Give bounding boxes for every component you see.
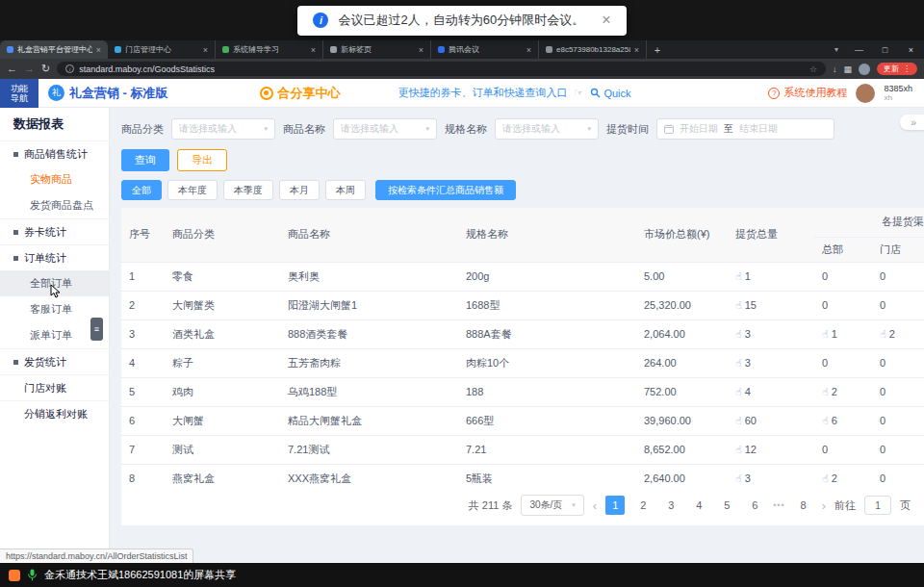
sidebar-item-distribution-rebate-reconciliation[interactable]: 分销返利对账 xyxy=(0,400,109,426)
pick-hand-icon: ☝ xyxy=(735,386,742,397)
page-button-last[interactable]: 8 xyxy=(794,496,813,515)
info-icon: i xyxy=(313,13,328,28)
tab-this-week[interactable]: 本周 xyxy=(325,180,366,200)
user-avatar[interactable] xyxy=(856,84,875,103)
jump-page-input[interactable] xyxy=(864,496,891,515)
tab-this-month[interactable]: 本月 xyxy=(279,180,320,200)
share-center-icon xyxy=(260,87,273,100)
reload-icon[interactable]: ↻ xyxy=(41,64,50,74)
sidebar-section-shipping-statistics[interactable]: 发货统计 xyxy=(0,348,109,374)
next-page-icon[interactable]: › xyxy=(822,498,826,513)
window-close-button[interactable]: × xyxy=(898,40,924,59)
select-goods-category[interactable]: 请选择或输入 ▾ xyxy=(171,118,275,140)
browser-tab-4[interactable]: 新标签页 × xyxy=(323,40,431,59)
cell-pick-total: ☝3 xyxy=(728,464,814,485)
select-spec-name[interactable]: 请选择或输入 ▾ xyxy=(495,118,599,140)
browser-profile-avatar[interactable] xyxy=(859,64,870,75)
select-goods-name[interactable]: 请选择或输入 ▾ xyxy=(333,118,437,140)
sidebar-section-order-statistics[interactable]: 订单统计 xyxy=(0,244,109,270)
new-tab-button[interactable]: + xyxy=(647,40,668,59)
sidebar-item-all-orders[interactable]: 全部订单 xyxy=(0,270,109,296)
cell-category: 零食 xyxy=(165,262,280,291)
cell-pick-total: ☝12 xyxy=(728,435,814,464)
url-bar[interactable]: i standard.maboy.cn/GoodsStatistics ☆ xyxy=(57,62,826,76)
sidebar-item-label: 分销返利对账 xyxy=(24,407,88,421)
tab-close-icon[interactable]: × xyxy=(203,45,208,55)
extensions-icon[interactable]: ▦ xyxy=(843,64,852,74)
cell-amount: 25,320.00 xyxy=(636,291,728,319)
cell-amount: 752.00 xyxy=(636,377,728,406)
pagination: 共 211 条 30条/页 ▾ ‹ 1 2 3 4 5 6 ••• 8 › 前往 xyxy=(121,485,924,525)
end-date-placeholder[interactable]: 结束日期 xyxy=(739,122,778,136)
tab-label: 礼盒营销平台管理中心 xyxy=(17,44,92,55)
sidebar-item-shipment-goods-check[interactable]: 发货商品盘点 xyxy=(0,192,109,218)
total-count: 共 211 条 xyxy=(469,498,513,513)
tab-this-year[interactable]: 本年度 xyxy=(167,180,218,200)
page-button-5[interactable]: 5 xyxy=(717,496,736,515)
browser-tab-store-admin[interactable]: 门店管理中心 × xyxy=(108,40,216,59)
meeting-message: 会议已超过2人，自动转为60分钟限时会议。 xyxy=(338,12,584,29)
table-row: 4 粽子 五芳斋肉粽 肉粽10个 264.00 ☝3 ☝0 ☝0 xyxy=(121,348,924,377)
tab-close-icon[interactable]: × xyxy=(526,45,531,55)
forward-icon[interactable]: → xyxy=(24,64,35,74)
summary-by-criteria-button[interactable]: 按检索条件汇总商品销售额 xyxy=(375,180,516,200)
page-button-4[interactable]: 4 xyxy=(689,496,708,515)
filter-collapse-chevron[interactable]: » xyxy=(900,115,924,130)
download-icon[interactable]: ↓ xyxy=(833,64,837,74)
cell-spec: 200g xyxy=(458,262,636,291)
window-maximize-button[interactable]: □ xyxy=(872,40,898,59)
tab-search-icon[interactable]: ▾ xyxy=(827,40,846,59)
tab-close-icon[interactable]: × xyxy=(419,45,424,55)
close-icon[interactable]: × xyxy=(602,13,610,28)
tab-close-icon[interactable]: × xyxy=(96,45,101,55)
browser-update-button[interactable]: 更新 ⋮ xyxy=(877,63,917,75)
pick-count: 4 xyxy=(745,386,751,397)
page-button-2[interactable]: 2 xyxy=(633,496,653,515)
pick-hand-icon: ☝ xyxy=(880,328,886,340)
sidebar-section-goods-sales-statistics[interactable]: 商品销售统计 xyxy=(0,140,109,166)
start-date-placeholder[interactable]: 开始日期 xyxy=(680,122,718,136)
browser-tab-tutorial[interactable]: 系统辅导学习 × xyxy=(216,40,323,59)
menu-dots-icon: ⋮ xyxy=(903,64,911,73)
page-size-select[interactable]: 30条/页 ▾ xyxy=(521,495,583,516)
quick-search-link[interactable]: Quick xyxy=(590,88,630,99)
tab-close-icon[interactable]: × xyxy=(634,45,639,55)
table-scroll-area[interactable]: 序号 商品分类 商品名称 规格名称 市场价总额(¥) 提货总量 各提货渠道 总部… xyxy=(121,208,924,485)
bookmark-star-icon[interactable]: ☆ xyxy=(809,64,817,74)
query-button[interactable]: 查询 xyxy=(121,149,169,171)
page-button-6[interactable]: 6 xyxy=(745,496,764,515)
tab-close-icon[interactable]: × xyxy=(311,45,316,55)
more-pages-icon[interactable]: ••• xyxy=(773,500,784,510)
browser-tab-gift-admin[interactable]: 礼盒营销平台管理中心 × xyxy=(0,40,108,59)
cell-store: ☝0 xyxy=(872,348,924,377)
search-icon xyxy=(590,88,601,98)
browser-tab-hex[interactable]: e8c573980b1328a258fd2e6f... × xyxy=(539,40,647,59)
site-info-icon[interactable]: i xyxy=(65,64,74,73)
date-range-picker[interactable]: 开始日期 至 结束日期 xyxy=(656,118,834,140)
browser-tab-5[interactable]: 腾讯会议 × xyxy=(431,40,539,59)
page-button-3[interactable]: 3 xyxy=(661,496,680,515)
tab-all[interactable]: 全部 xyxy=(121,180,162,200)
window-minimize-button[interactable]: — xyxy=(846,40,872,59)
table-row: 8 燕窝礼盒 XXX燕窝礼盒 5瓶装 2,640.00 ☝3 ☝2 ☝0 xyxy=(121,464,924,485)
tab-this-quarter[interactable]: 本季度 xyxy=(223,180,273,200)
cell-no: 4 xyxy=(121,348,165,377)
share-center-link[interactable]: 合分享中心 xyxy=(260,85,341,102)
help-tutorial-link[interactable]: ? 系统使用教程 xyxy=(768,86,847,100)
page-button-1[interactable]: 1 xyxy=(605,496,625,515)
sidebar-item-physical-goods[interactable]: 实物商品 xyxy=(0,166,109,192)
prev-page-icon[interactable]: ‹ xyxy=(593,498,597,513)
cell-name: XXX燕窝礼盒 xyxy=(280,464,458,485)
filter-label-spec: 规格名称 xyxy=(445,122,487,137)
date-separator: 至 xyxy=(724,122,733,136)
cell-hq: ☝0 xyxy=(814,435,872,464)
sidebar-section-card-coupon-statistics[interactable]: 券卡统计 xyxy=(0,218,109,244)
export-button[interactable]: 导出 xyxy=(177,149,227,171)
pick-count: 12 xyxy=(745,444,757,455)
sidebar-item-store-reconciliation[interactable]: 门店对账 xyxy=(0,374,109,400)
sidebar-collapse-handle[interactable]: ≡ xyxy=(90,318,103,341)
favicon xyxy=(330,46,337,53)
pick-count: 3 xyxy=(745,472,751,484)
back-icon[interactable]: ← xyxy=(7,64,17,74)
function-nav-button[interactable]: 功能 导航 xyxy=(0,79,38,108)
